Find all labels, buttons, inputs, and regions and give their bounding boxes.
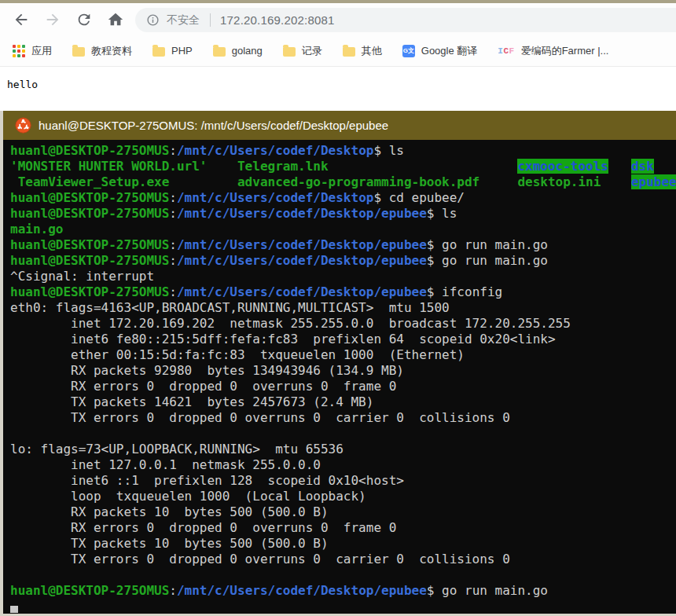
- ubuntu-logo-icon: [15, 117, 31, 134]
- folder-icon: [283, 47, 296, 57]
- screen: 不安全 172.20.169.202:8081 应用教程资料PHPgolang记…: [0, 0, 676, 616]
- terminal-line: eth0: flags=4163<UP,BROADCAST,RUNNING,MU…: [10, 300, 676, 316]
- bookmark-label: 教程资料: [91, 44, 132, 58]
- terminal-line: TX packets 14621 bytes 2457673 (2.4 MB): [10, 394, 676, 410]
- google-translate-icon: G文: [402, 45, 415, 57]
- terminal-line: main.go: [10, 222, 676, 237]
- omnibox-separator: [210, 13, 211, 27]
- bookmark-label: PHP: [171, 45, 193, 57]
- back-button[interactable]: [11, 9, 31, 30]
- terminal-cursor: [10, 606, 18, 613]
- terminal-line: inet6 fe80::215:5dff:fefa:fc83 prefixlen…: [10, 332, 676, 347]
- reload-button[interactable]: [74, 9, 94, 30]
- bookmarks-bar: 应用教程资料PHPgolang记录其他G文Google 翻译ICF爱编码的Far…: [0, 35, 676, 67]
- terminal-line: lo: flags=73<UP,LOOPBACK,RUNNING> mtu 65…: [10, 442, 676, 457]
- bookmark-item-7[interactable]: G文Google 翻译: [402, 44, 478, 58]
- terminal-line: [10, 567, 676, 583]
- terminal-line: TeamViewer_Setup.exe advanced-go-program…: [10, 174, 676, 190]
- address-bar[interactable]: 不安全 172.20.169.202:8081: [135, 8, 676, 32]
- back-arrow-icon: [13, 11, 30, 28]
- terminal-line: huanl@DESKTOP-275OMUS:/mnt/c/Users/codef…: [10, 237, 676, 253]
- terminal-line: huanl@DESKTOP-275OMUS:/mnt/c/Users/codef…: [10, 206, 676, 222]
- forward-button[interactable]: [42, 9, 63, 30]
- bookmark-label: 爱编码的Farmer |...: [521, 44, 609, 58]
- reload-icon: [75, 11, 93, 28]
- bookmark-label: golang: [232, 45, 263, 57]
- terminal-line: TX errors 0 dropped 0 overruns 0 carrier…: [10, 410, 676, 426]
- terminal-line: RX packets 92980 bytes 134943946 (134.9 …: [10, 363, 676, 379]
- site-info-icon[interactable]: [146, 13, 160, 27]
- bookmark-item-5[interactable]: 记录: [283, 44, 322, 58]
- web-page-content: hello: [0, 68, 676, 111]
- terminal-body[interactable]: huanl@DESKTOP-275OMUS:/mnt/c/Users/codef…: [3, 140, 676, 614]
- terminal-window: huanl@DESKTOP-275OMUS: /mnt/c/Users/code…: [0, 111, 676, 616]
- bookmark-label: 记录: [302, 44, 322, 58]
- folder-icon: [152, 47, 165, 57]
- bookmark-item-3[interactable]: PHP: [152, 45, 193, 57]
- page-body-text: hello: [7, 79, 38, 90]
- bookmark-item-8[interactable]: ICF爱编码的Farmer |...: [498, 44, 608, 58]
- bookmark-label: Google 翻译: [421, 44, 478, 58]
- terminal-line: RX errors 0 dropped 0 overruns 0 frame 0: [10, 379, 676, 394]
- terminal-cursor-line: [10, 599, 676, 614]
- terminal-line: huanl@DESKTOP-275OMUS:/mnt/c/Users/codef…: [10, 143, 676, 159]
- url-text: 172.20.169.202:8081: [220, 13, 335, 27]
- terminal-line: ^Csignal: interrupt: [10, 269, 676, 284]
- terminal-line: inet 127.0.0.1 netmask 255.0.0.0: [10, 457, 676, 473]
- terminal-line: RX packets 10 bytes 500 (500.0 B): [10, 504, 676, 520]
- security-status-label: 不安全: [167, 13, 200, 28]
- icf-favicon: ICF: [498, 46, 514, 56]
- terminal-line: huanl@DESKTOP-275OMUS:/mnt/c/Users/codef…: [10, 583, 676, 599]
- terminal-line: 'MONSTER HUNTER WORLD.url' Telegram.lnk …: [10, 159, 676, 174]
- terminal-line: TX errors 0 dropped 0 overruns 0 carrier…: [10, 552, 676, 567]
- terminal-line: RX errors 0 dropped 0 overruns 0 frame 0: [10, 520, 676, 536]
- terminal-line: TX packets 10 bytes 500 (500.0 B): [10, 536, 676, 552]
- terminal-line: huanl@DESKTOP-275OMUS:/mnt/c/Users/codef…: [10, 284, 676, 300]
- bookmark-item-4[interactable]: golang: [213, 45, 263, 57]
- apps-grid-icon: [13, 45, 25, 57]
- forward-arrow-icon: [44, 11, 61, 28]
- terminal-line: huanl@DESKTOP-275OMUS:/mnt/c/Users/codef…: [10, 253, 676, 269]
- bookmark-label: 其他: [362, 44, 382, 58]
- terminal-line: ether 00:15:5d:fa:fc:83 txqueuelen 1000 …: [10, 347, 676, 363]
- bookmark-item-6[interactable]: 其他: [343, 44, 382, 58]
- terminal-line: loop txqueuelen 1000 (Local Loopback): [10, 489, 676, 504]
- terminal-title: huanl@DESKTOP-275OMUS: /mnt/c/Users/code…: [39, 119, 388, 132]
- folder-icon: [213, 47, 226, 57]
- terminal-line: inet 172.20.169.202 netmask 255.255.0.0 …: [10, 316, 676, 332]
- terminal-line: huanl@DESKTOP-275OMUS:/mnt/c/Users/codef…: [10, 190, 676, 206]
- folder-icon: [343, 47, 355, 57]
- terminal-titlebar[interactable]: huanl@DESKTOP-275OMUS: /mnt/c/Users/code…: [3, 111, 676, 140]
- bookmark-item-2[interactable]: 教程资料: [72, 44, 132, 58]
- bookmark-item-1[interactable]: 应用: [13, 44, 52, 58]
- folder-icon: [72, 47, 85, 57]
- terminal-line: inet6 ::1 prefixlen 128 scopeid 0x10<hos…: [10, 473, 676, 489]
- terminal-line: [10, 426, 676, 442]
- bookmark-label: 应用: [31, 44, 52, 58]
- home-button[interactable]: [105, 9, 126, 30]
- browser-toolbar: 不安全 172.20.169.202:8081: [0, 3, 676, 35]
- home-icon: [107, 11, 124, 28]
